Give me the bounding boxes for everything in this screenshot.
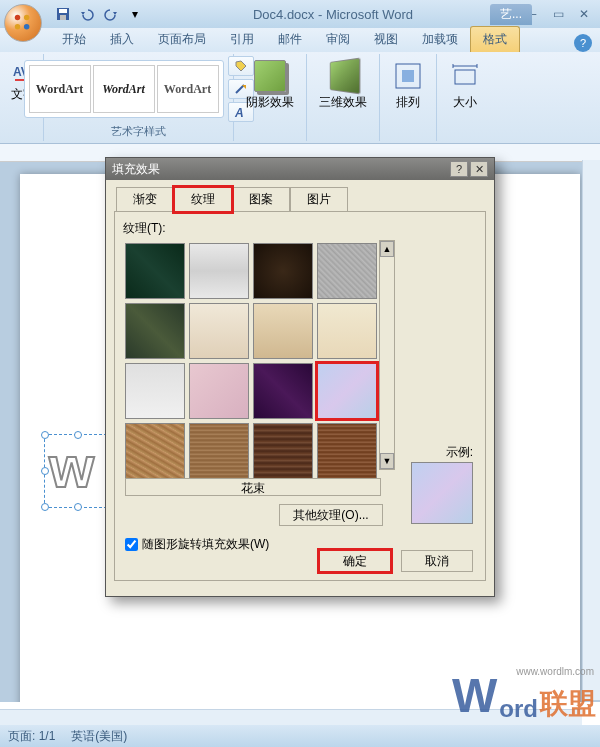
svg-rect-12 [455, 70, 475, 84]
other-texture-button[interactable]: 其他纹理(O)... [279, 504, 383, 526]
tab-addin[interactable]: 加载项 [410, 27, 470, 52]
svg-point-0 [15, 15, 21, 21]
texture-swatch[interactable] [125, 303, 185, 359]
svg-point-2 [15, 24, 21, 29]
svg-point-1 [24, 15, 29, 21]
restore-button[interactable]: ▭ [546, 5, 570, 23]
tab-layout[interactable]: 页面布局 [146, 27, 218, 52]
texture-scrollbar[interactable]: ▲ ▼ [379, 240, 395, 470]
scroll-up-icon[interactable]: ▲ [380, 241, 394, 257]
cancel-button[interactable]: 取消 [401, 550, 473, 572]
texture-swatch[interactable] [125, 243, 185, 299]
texture-swatch[interactable] [317, 243, 377, 299]
3d-effect-button[interactable]: 三维效果 [313, 56, 373, 115]
texture-name: 花束 [125, 478, 381, 496]
vertical-scrollbar[interactable] [582, 160, 600, 700]
texture-swatch[interactable] [125, 363, 185, 419]
texture-swatch[interactable] [253, 363, 313, 419]
size-label: 大小 [453, 94, 477, 111]
shadow-label: 阴影效果 [246, 94, 294, 111]
texture-swatch[interactable] [253, 303, 313, 359]
tab-view[interactable]: 视图 [362, 27, 410, 52]
quick-access-toolbar: ▾ [52, 3, 146, 25]
sample-label: 示例: [446, 444, 473, 461]
ribbon-group-arrange: 排列 [380, 54, 437, 141]
rotate-checkbox-input[interactable] [125, 538, 138, 551]
fill-effects-dialog: 填充效果 ? ✕ 渐变 纹理 图案 图片 纹理(T): [105, 157, 495, 597]
texture-swatch[interactable] [317, 303, 377, 359]
contextual-tab-label[interactable]: 艺... [490, 4, 532, 25]
statusbar: 页面: 1/1 英语(美国) [0, 725, 600, 747]
rotate-checkbox-label: 随图形旋转填充效果(W) [142, 536, 269, 553]
ribbon-group-size: 大小 [437, 54, 493, 141]
texture-grid [123, 241, 477, 481]
wordart-letter: w [49, 433, 94, 500]
texture-swatch[interactable] [189, 243, 249, 299]
undo-icon[interactable] [76, 3, 98, 25]
texture-swatch[interactable] [189, 423, 249, 479]
dialog-titlebar[interactable]: 填充效果 ? ✕ [106, 158, 494, 180]
wordart-style-1[interactable]: WordArt [29, 65, 91, 113]
tab-insert[interactable]: 插入 [98, 27, 146, 52]
tab-start[interactable]: 开始 [50, 27, 98, 52]
ribbon-group-3d: 三维效果 [307, 54, 380, 141]
tab-gradient[interactable]: 渐变 [116, 187, 174, 212]
resize-handle[interactable] [41, 467, 49, 475]
tab-mail[interactable]: 邮件 [266, 27, 314, 52]
help-icon[interactable]: ? [574, 34, 592, 52]
resize-handle[interactable] [41, 431, 49, 439]
ok-button[interactable]: 确定 [319, 550, 391, 572]
dialog-title: 填充效果 [112, 161, 160, 178]
office-button[interactable] [4, 4, 42, 42]
wordart-gallery[interactable]: WordArt WordArt WordArt [24, 60, 224, 118]
texture-swatch[interactable] [189, 303, 249, 359]
tab-review[interactable]: 审阅 [314, 27, 362, 52]
size-button[interactable]: 大小 [443, 56, 487, 115]
tab-texture[interactable]: 纹理 [174, 187, 232, 212]
tab-pattern[interactable]: 图案 [232, 187, 290, 212]
dialog-close-button[interactable]: ✕ [470, 161, 488, 177]
texture-swatch[interactable] [253, 243, 313, 299]
tab-ref[interactable]: 引用 [218, 27, 266, 52]
tab-format[interactable]: 格式 [470, 26, 520, 52]
dialog-body: 纹理(T): ▲ ▼ [114, 211, 486, 581]
scroll-down-icon[interactable]: ▼ [380, 453, 394, 469]
tab-picture[interactable]: 图片 [290, 187, 348, 212]
style-group-label: 艺术字样式 [111, 124, 166, 139]
redo-icon[interactable] [100, 3, 122, 25]
ribbon-group-style: WordArt WordArt WordArt A 艺术字样式 [44, 54, 234, 141]
svg-point-3 [24, 24, 29, 29]
language-status[interactable]: 英语(美国) [71, 728, 127, 745]
wordart-style-3[interactable]: WordArt [157, 65, 219, 113]
texture-swatch[interactable] [253, 423, 313, 479]
titlebar: ▾ Doc4.docx - Microsoft Word 艺... ─ ▭ ✕ [0, 0, 600, 28]
resize-handle[interactable] [41, 503, 49, 511]
svg-rect-5 [59, 9, 67, 13]
shadow-effect-button[interactable]: 阴影效果 [240, 56, 300, 115]
watermark: www.wordlm.com W ord 联盟 [452, 668, 596, 723]
watermark-ord: ord [499, 695, 538, 723]
qat-dropdown-icon[interactable]: ▾ [124, 3, 146, 25]
ribbon-tabs: 开始 插入 页面布局 引用 邮件 审阅 视图 加载项 格式 ? [0, 28, 600, 52]
dialog-tabs: 渐变 纹理 图案 图片 [106, 180, 494, 211]
save-icon[interactable] [52, 3, 74, 25]
arrange-label: 排列 [396, 94, 420, 111]
arrange-button[interactable]: 排列 [386, 56, 430, 115]
resize-handle[interactable] [74, 431, 82, 439]
watermark-url: www.wordlm.com [516, 666, 594, 677]
resize-handle[interactable] [74, 503, 82, 511]
texture-swatch-selected[interactable] [317, 363, 377, 419]
texture-swatch[interactable] [317, 423, 377, 479]
close-button[interactable]: ✕ [572, 5, 596, 23]
wordart-object[interactable]: w [44, 434, 112, 508]
window-title: Doc4.docx - Microsoft Word [146, 7, 520, 22]
svg-rect-11 [402, 70, 414, 82]
rotate-checkbox[interactable]: 随图形旋转填充效果(W) [125, 536, 269, 553]
3d-label: 三维效果 [319, 94, 367, 111]
texture-swatch[interactable] [125, 423, 185, 479]
page-status: 页面: 1/1 [8, 728, 55, 745]
texture-swatch[interactable] [189, 363, 249, 419]
svg-rect-6 [60, 15, 66, 20]
wordart-style-2[interactable]: WordArt [93, 65, 155, 113]
dialog-help-button[interactable]: ? [450, 161, 468, 177]
